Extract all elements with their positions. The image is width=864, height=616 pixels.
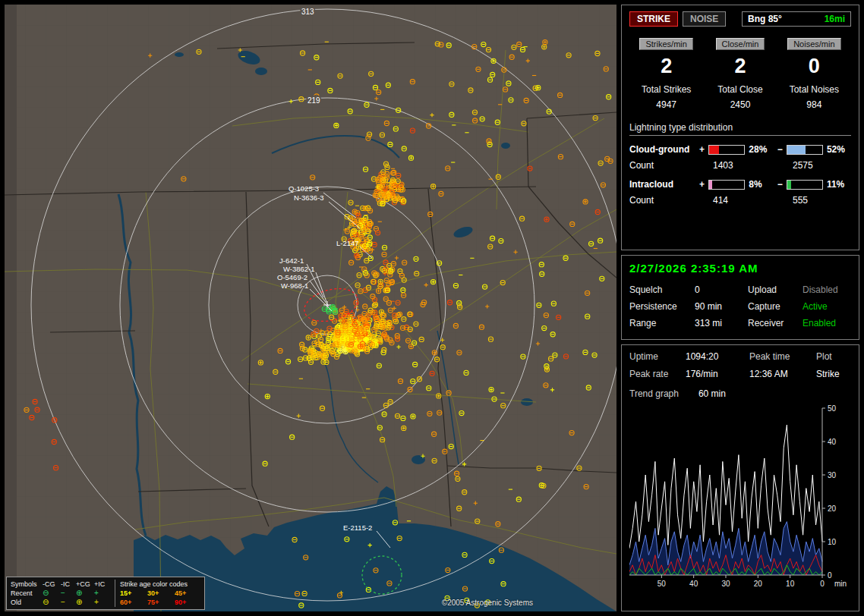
- svg-text:30: 30: [721, 580, 730, 588]
- svg-text:30: 30: [828, 471, 837, 479]
- bearing-readout: Bng 85° 16mi: [742, 11, 851, 27]
- squelch-value: 0: [695, 284, 748, 295]
- cg-neg-old-icon: ⊖: [43, 598, 61, 607]
- ic-positive-bar: [708, 180, 745, 190]
- svg-text:W-968-1: W-968-1: [281, 281, 308, 290]
- persistence-label: Persistence: [629, 301, 695, 312]
- range-value: 313 mi: [695, 318, 748, 328]
- ic-pos-recent-icon: +: [94, 589, 109, 598]
- strikes-per-min-value: 2: [661, 56, 672, 77]
- svg-text:10: 10: [828, 538, 837, 546]
- minus-sign: −: [777, 144, 783, 155]
- legend-col-header: -IC: [61, 580, 76, 589]
- map-canvas: 313219Q-1025-3N-3636-3L-2147J-642-1W-386…: [5, 5, 616, 611]
- map-legend: Symbols -CG -IC +CG +IC Recent ⊖ − ⊕ + O…: [6, 577, 205, 610]
- range-ring-label: 313: [301, 8, 314, 16]
- svg-text:J-642-1: J-642-1: [279, 256, 304, 265]
- upload-label: Upload: [748, 284, 803, 295]
- noises-per-min-value: 0: [809, 56, 820, 77]
- plot-label: Plot: [816, 351, 851, 362]
- age-code: 60+: [120, 598, 147, 607]
- svg-text:40: 40: [689, 580, 698, 588]
- total-strikes-label: Total Strikes: [642, 84, 691, 95]
- legend-row-label: Old: [11, 598, 43, 607]
- legend-symbols-section: Symbols -CG -IC +CG +IC Recent ⊖ − ⊕ + O…: [11, 580, 109, 607]
- range-ring-label: 219: [307, 96, 320, 105]
- ic-negative-percent: 11%: [827, 179, 851, 190]
- close-per-min-value: 2: [734, 56, 746, 77]
- clock: 2/27/2026 2:35:19 AM: [629, 262, 851, 275]
- capture-value: Active: [803, 301, 851, 312]
- legend-col-header: -CG: [43, 580, 61, 589]
- cg-negative-bar: [787, 145, 823, 155]
- trend-graph-label: Trend graph: [629, 388, 679, 399]
- copyright-text: ©2005 Astrogenic Systems: [442, 599, 533, 607]
- age-code: 15+: [120, 589, 147, 598]
- status-panel: 2/27/2026 2:35:19 AM Squelch 0 Upload Di…: [621, 255, 859, 340]
- svg-text:20: 20: [828, 504, 837, 513]
- plot-value: Strike: [816, 369, 851, 379]
- sidebar: STRIKE NOISE Bng 85° 16mi Strikes/min Cl…: [621, 5, 859, 611]
- cg-pos-recent-icon: ⊕: [76, 589, 94, 598]
- svg-text:L-2147: L-2147: [336, 239, 359, 247]
- legend-col-header: +CG: [76, 580, 94, 589]
- svg-text:40: 40: [828, 438, 837, 446]
- svg-text:E-2115-2: E-2115-2: [343, 523, 372, 532]
- legend-age-title: Strike age color codes: [120, 580, 200, 589]
- legend-col-header: +IC: [94, 580, 109, 589]
- noise-mode-button[interactable]: NOISE: [683, 11, 726, 27]
- total-noises-value: 984: [806, 99, 821, 110]
- legend-row-label: Recent: [11, 589, 43, 598]
- ic-positive-count: 414: [713, 195, 793, 206]
- intracloud-label: Intracloud: [629, 179, 695, 190]
- svg-text:50: 50: [828, 405, 837, 413]
- intracloud-counts: Count 414 555: [629, 195, 851, 206]
- uptime-value: 1094:20: [686, 351, 749, 362]
- minus-sign: −: [777, 179, 783, 190]
- cloud-ground-counts: Count 1403 2575: [629, 160, 851, 171]
- receiver-label: Receiver: [748, 318, 803, 328]
- cg-pos-old-icon: ⊕: [76, 598, 94, 607]
- cg-neg-recent-icon: ⊖: [43, 589, 61, 598]
- ic-neg-old-icon: −: [61, 598, 76, 607]
- noises-per-min-label: Noises/min: [787, 38, 840, 50]
- strike-mode-button[interactable]: STRIKE: [629, 11, 678, 27]
- legend-col-header: Symbols: [11, 580, 43, 589]
- persistence-value: 90 min: [695, 301, 748, 312]
- trend-graph: 0102030405050403020100min: [629, 405, 851, 599]
- plus-sign: +: [699, 179, 705, 190]
- peak-rate-value: 176/min: [686, 369, 749, 379]
- total-noises-label: Total Noises: [790, 84, 839, 95]
- svg-text:O-5469-2: O-5469-2: [277, 273, 307, 281]
- cg-negative-count: 2575: [793, 160, 813, 171]
- strikes-per-min-label: Strikes/min: [639, 38, 692, 50]
- peak-rate-label: Peak rate: [629, 369, 686, 379]
- receiver-value: Enabled: [803, 318, 851, 328]
- bearing-value: Bng 85°: [748, 14, 782, 24]
- capture-label: Capture: [748, 301, 803, 312]
- distribution-title: Lightning type distribution: [629, 122, 851, 136]
- count-label: Count: [629, 195, 713, 206]
- peak-time-value: 12:36 AM: [749, 369, 816, 379]
- peak-time-label: Peak time: [749, 351, 816, 362]
- svg-text:min: min: [834, 580, 847, 588]
- upload-value: Disabled: [803, 284, 851, 295]
- ic-neg-recent-icon: −: [61, 589, 76, 598]
- svg-text:N-3636-3: N-3636-3: [294, 193, 324, 202]
- total-close-value: 2450: [730, 99, 751, 110]
- close-per-min-label: Close/min: [716, 38, 765, 50]
- cg-positive-count: 1403: [713, 160, 793, 171]
- svg-text:10: 10: [786, 580, 795, 588]
- cg-positive-bar: [708, 145, 745, 155]
- plus-sign: +: [699, 144, 705, 155]
- distance-value: 16mi: [825, 14, 845, 24]
- lightning-map[interactable]: 313219Q-1025-3N-3636-3L-2147J-642-1W-386…: [5, 5, 616, 611]
- age-code: 45+: [175, 589, 200, 598]
- count-label: Count: [629, 160, 713, 171]
- cloud-ground-label: Cloud-ground: [629, 144, 695, 155]
- trend-window-value: 60 min: [698, 388, 726, 399]
- ic-pos-old-icon: +: [94, 598, 109, 607]
- svg-text:W-3862-1: W-3862-1: [283, 265, 315, 273]
- legend-age-section: Strike age color codes 15+ 30+ 45+ 60+ 7…: [115, 580, 200, 607]
- squelch-label: Squelch: [629, 284, 695, 295]
